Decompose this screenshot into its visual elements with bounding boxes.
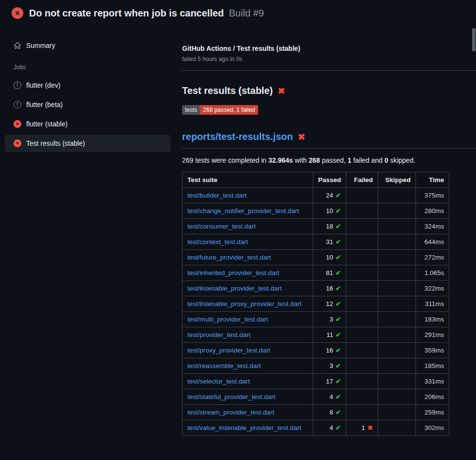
scrollbar-thumb[interactable] xyxy=(472,28,476,51)
time-value: 185ms xyxy=(416,358,449,374)
test-suite-link[interactable]: test/change_notifier_provider_test.dart xyxy=(187,207,299,215)
test-suite-link[interactable]: test/reassemble_test.dart xyxy=(187,362,261,369)
table-row: test/selector_test.dart 17 ✔ ✖ xyxy=(183,374,449,389)
test-suite-link[interactable]: test/stream_provider_test.dart xyxy=(187,409,274,416)
table-row: test/reassemble_test.dart 3 ✔ ✖ xyxy=(183,358,449,374)
time-value: 359ms xyxy=(416,343,449,358)
time-value: 644ms xyxy=(416,234,449,250)
time-value: 206ms xyxy=(416,389,449,405)
col-header-skipped: Skipped xyxy=(378,172,416,188)
check-icon: ✔ xyxy=(336,378,341,385)
sidebar-job-item[interactable]: ! ✕ Test results (stable) xyxy=(5,135,170,152)
time-value: 302ms xyxy=(416,420,449,436)
summary-text: passed, xyxy=(320,156,348,164)
summary-label: Summary xyxy=(26,42,55,49)
time-value: 291ms xyxy=(416,327,449,343)
neutral-status-icon: ! xyxy=(14,101,21,108)
home-icon xyxy=(14,42,21,49)
failed-x-icon: ✖ xyxy=(277,87,285,95)
time-value: 272ms xyxy=(416,250,449,265)
page-title: Do not create report when job is cancell… xyxy=(29,8,224,18)
test-suite-link[interactable]: test/listenable_proxy_provider_test.dart xyxy=(187,300,302,307)
check-icon: ✔ xyxy=(336,238,341,245)
test-suite-link[interactable]: test/consumer_test.dart xyxy=(187,223,256,230)
check-icon: ✔ xyxy=(336,254,341,261)
neutral-status-icon: ! xyxy=(14,81,21,89)
summary-text: skipped. xyxy=(388,156,415,164)
time-value: 259ms xyxy=(416,405,449,420)
table-row: test/provider_test.dart 11 ✔ ✖ xyxy=(183,327,449,343)
check-icon: ✔ xyxy=(336,362,341,369)
report-file-link[interactable]: reports/test-results.json xyxy=(182,131,293,142)
test-suite-link[interactable]: test/provider_test.dart xyxy=(187,331,251,338)
time-value: 280ms xyxy=(416,203,449,219)
section-title: Test results (stable) xyxy=(182,85,273,96)
summary-text: 269 tests were completed in xyxy=(182,156,268,164)
failed-count: 1 xyxy=(362,424,366,431)
badge-label: tests xyxy=(182,105,200,115)
col-header-time: Time xyxy=(416,172,449,188)
passed-count: 4 xyxy=(330,393,334,400)
passed-count: 31 xyxy=(326,238,333,245)
check-icon: ✔ xyxy=(336,316,341,323)
table-row: test/stream_provider_test.dart 8 ✔ ✖ xyxy=(183,405,449,420)
time-value: 324ms xyxy=(416,219,449,234)
jobs-heading: Jobs xyxy=(5,64,182,71)
job-label: flutter (dev) xyxy=(26,81,61,89)
sidebar-job-item[interactable]: ! ✕ flutter (beta) xyxy=(5,96,170,113)
table-row: test/inherited_provider_test.dart 81 ✔ ✖ xyxy=(183,265,449,281)
test-suite-link[interactable]: test/context_test.dart xyxy=(187,238,248,245)
passed-count: 24 xyxy=(326,192,333,199)
check-icon: ✔ xyxy=(336,300,341,307)
sidebar-item-summary[interactable]: Summary xyxy=(5,42,182,49)
sidebar-job-item[interactable]: ! ✕ flutter (dev) xyxy=(5,77,170,94)
test-suite-link[interactable]: test/proxy_provider_test.dart xyxy=(187,347,270,354)
sidebar-job-item[interactable]: ! ✕ flutter (stable) xyxy=(5,115,170,133)
job-label: flutter (beta) xyxy=(26,101,62,108)
time-value: 322ms xyxy=(416,281,449,296)
check-icon: ✔ xyxy=(336,223,341,230)
test-suite-link[interactable]: test/future_provider_test.dart xyxy=(187,254,271,261)
test-suite-link[interactable]: test/listenable_provider_test.dart xyxy=(187,285,282,292)
test-suite-link[interactable]: test/stateful_provider_test.dart xyxy=(187,393,276,400)
table-header-row: Test suite Passed Failed Skipped Time xyxy=(183,172,449,188)
status-line: failed 5 hours ago in 0s xyxy=(182,56,476,62)
failed-x-icon: ✖ xyxy=(298,133,305,141)
tests-summary-text: 269 tests were completed in 32.964s with… xyxy=(182,156,476,164)
test-suite-link[interactable]: test/builder_test.dart xyxy=(187,192,246,199)
time-value: 311ms xyxy=(416,296,449,312)
passed-count: 10 xyxy=(326,207,333,215)
passed-count: 12 xyxy=(326,300,333,307)
table-row: test/builder_test.dart 24 ✔ ✖ xyxy=(183,188,449,203)
passed-count: 10 xyxy=(326,254,333,261)
passed-count: 3 xyxy=(330,362,334,369)
x-circle-icon: ✕ xyxy=(14,139,21,147)
passed-count: 17 xyxy=(326,378,333,385)
col-header-passed: Passed xyxy=(313,172,346,188)
check-icon: ✔ xyxy=(336,269,341,276)
passed-count: 18 xyxy=(326,223,333,230)
build-number: Build #9 xyxy=(229,8,264,18)
summary-text: with xyxy=(293,156,309,164)
table-row: test/listenable_proxy_provider_test.dart… xyxy=(183,296,449,312)
scrollbar-track[interactable] xyxy=(472,0,476,460)
table-row: test/proxy_provider_test.dart 16 ✔ ✖ xyxy=(183,343,449,358)
time-value: 375ms xyxy=(416,188,449,203)
test-suite-link[interactable]: test/value_listenable_provider_test.dart xyxy=(187,424,301,431)
badge-value: 268 passed, 1 failed xyxy=(200,105,258,115)
check-icon: ✔ xyxy=(336,393,341,400)
summary-duration: 32.964s xyxy=(268,156,293,164)
test-suite-link[interactable]: test/multi_provider_test.dart xyxy=(187,316,268,323)
divider xyxy=(182,70,476,71)
test-suite-link[interactable]: test/selector_test.dart xyxy=(187,378,250,385)
col-header-failed: Failed xyxy=(346,172,378,188)
time-value: 1.065s xyxy=(416,265,449,281)
passed-count: 3 xyxy=(330,316,334,323)
summary-passed-count: 268 xyxy=(309,156,320,164)
jobs-list: ! ✕ flutter (dev) ! ✕ flutter (beta) ! ✕… xyxy=(5,77,182,152)
table-row: test/context_test.dart 31 ✔ ✖ xyxy=(183,234,449,250)
test-suite-link[interactable]: test/inherited_provider_test.dart xyxy=(187,269,279,276)
job-label: Test results (stable) xyxy=(26,139,85,147)
check-icon: ✔ xyxy=(336,192,341,199)
passed-count: 16 xyxy=(326,347,333,354)
